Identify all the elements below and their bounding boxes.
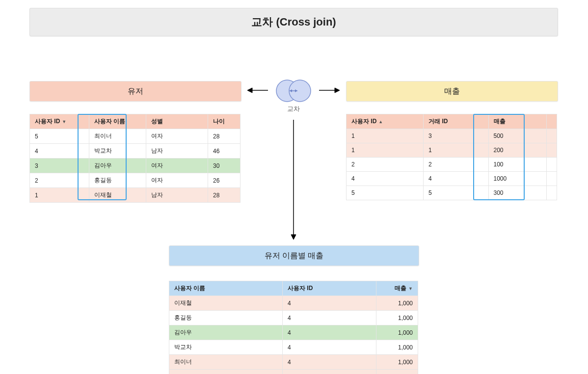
table-cell: 3 xyxy=(30,159,89,173)
table-cell: 4 xyxy=(283,296,376,311)
table-row: 3김아우여자30 xyxy=(30,159,241,173)
table-row: 2홍길동여자26 xyxy=(30,173,241,188)
table-cell: 2 xyxy=(424,158,488,172)
table-header-row: 사용자 ID▲ 거래 ID 매출 xyxy=(347,114,557,129)
table-cell: 1,000 xyxy=(376,340,418,355)
col-header[interactable]: 성별 xyxy=(146,114,208,129)
table-cell: 여자 xyxy=(146,173,208,188)
table-cell: 30 xyxy=(208,159,241,173)
table-row: 1이재철남자28 xyxy=(30,188,241,203)
table-cell: 28 xyxy=(208,188,241,203)
sort-asc-icon: ▲ xyxy=(378,119,383,124)
table-cell: 300 xyxy=(488,186,547,200)
table-cell: 이재철 xyxy=(89,188,146,203)
table-cell: 남자 xyxy=(146,188,208,203)
table-cell: 3 xyxy=(424,129,488,143)
col-header[interactable]: 거래 ID xyxy=(424,114,488,129)
sort-desc-icon: ▼ xyxy=(62,119,66,124)
col-header[interactable]: 나이 xyxy=(208,114,241,129)
col-header[interactable]: 사용자 이름 xyxy=(89,114,146,129)
table-row: 이재철1700 xyxy=(169,370,418,374)
table-cell: 4 xyxy=(30,144,89,159)
col-header[interactable]: 사용자 ID xyxy=(283,281,376,296)
table-cell: 26 xyxy=(208,173,241,188)
table-row: 5최이너여자28 xyxy=(30,129,241,144)
table-row: 13500 xyxy=(347,129,557,143)
venn-cross-join-icon xyxy=(271,79,316,103)
table-row: 4박교차남자46 xyxy=(30,144,241,159)
table-cell: 남자 xyxy=(146,144,208,159)
left-table: 사용자 ID▼ 사용자 이름 성별 나이 5최이너여자284박교차남자463김아… xyxy=(29,114,241,203)
table-row: 11200 xyxy=(347,143,557,158)
table-cell: 홍길동 xyxy=(89,173,146,188)
table-row: 홍길동41,000 xyxy=(169,311,418,325)
table-cell: 200 xyxy=(488,143,547,158)
table-header-row: 사용자 이름 사용자 ID 매출▼ xyxy=(169,281,418,296)
table-cell: 1,000 xyxy=(376,355,418,370)
table-cell: 여자 xyxy=(146,159,208,173)
table-cell: 이재철 xyxy=(169,370,283,374)
table-cell: 46 xyxy=(208,144,241,159)
col-header[interactable]: 사용자 ID▼ xyxy=(30,114,89,129)
svg-marker-8 xyxy=(247,88,252,93)
table-row: 최이너41,000 xyxy=(169,355,418,370)
table-cell xyxy=(547,143,557,158)
table-cell: 4 xyxy=(424,172,488,186)
table-cell: 1 xyxy=(347,143,424,158)
col-header[interactable]: 매출 xyxy=(488,114,547,129)
arrow-left-icon xyxy=(247,86,268,94)
right-table: 사용자 ID▲ 거래 ID 매출 13500112002210044100055… xyxy=(346,114,557,200)
table-cell: 1 xyxy=(347,129,424,143)
table-cell: 2 xyxy=(347,158,424,172)
table-row: 이재철41,000 xyxy=(169,296,418,311)
table-cell: 4 xyxy=(347,172,424,186)
table-cell: 500 xyxy=(488,129,547,143)
table-header-row: 사용자 ID▼ 사용자 이름 성별 나이 xyxy=(30,114,241,129)
col-header[interactable]: 사용자 ID▲ xyxy=(347,114,424,129)
table-cell: 1000 xyxy=(488,172,547,186)
table-row: 441000 xyxy=(347,172,557,186)
table-cell xyxy=(547,129,557,143)
table-cell: 김아우 xyxy=(169,325,283,340)
table-cell: 최이너 xyxy=(89,129,146,144)
table-cell: 4 xyxy=(283,311,376,325)
table-cell: 여자 xyxy=(146,129,208,144)
table-cell: 700 xyxy=(376,370,418,374)
left-table-title: 유저 xyxy=(29,81,241,102)
page-title: 교차 (Cross join) xyxy=(29,8,558,36)
col-header[interactable]: 매출▼ xyxy=(376,281,418,296)
table-cell: 박교차 xyxy=(89,144,146,159)
svg-marker-10 xyxy=(335,88,340,93)
venn-label: 교차 xyxy=(271,105,316,113)
table-row: 김아우41,000 xyxy=(169,325,418,340)
table-row: 22100 xyxy=(347,158,557,172)
table-cell: 최이너 xyxy=(169,355,283,370)
table-cell: 28 xyxy=(208,129,241,144)
col-header[interactable]: 사용자 이름 xyxy=(169,281,283,296)
table-cell: 100 xyxy=(488,158,547,172)
table-cell: 4 xyxy=(283,340,376,355)
col-header[interactable] xyxy=(547,114,557,129)
table-cell: 4 xyxy=(283,355,376,370)
table-cell: 1,000 xyxy=(376,325,418,340)
sort-desc-icon: ▼ xyxy=(408,286,413,291)
table-cell: 5 xyxy=(30,129,89,144)
table-cell: 홍길동 xyxy=(169,311,283,325)
table-cell: 이재철 xyxy=(169,296,283,311)
table-cell: 5 xyxy=(424,186,488,200)
table-cell xyxy=(547,186,557,200)
arrow-down-icon xyxy=(290,120,297,240)
table-cell: 1,000 xyxy=(376,296,418,311)
table-row: 55300 xyxy=(347,186,557,200)
table-row: 박교차41,000 xyxy=(169,340,418,355)
table-cell: 2 xyxy=(30,173,89,188)
svg-marker-12 xyxy=(291,235,296,240)
table-cell: 1 xyxy=(30,188,89,203)
table-cell xyxy=(547,158,557,172)
arrow-right-icon xyxy=(319,86,340,94)
table-cell: 김아우 xyxy=(89,159,146,173)
table-cell: 1 xyxy=(424,143,488,158)
table-cell xyxy=(547,172,557,186)
table-cell: 4 xyxy=(283,325,376,340)
result-table: 사용자 이름 사용자 ID 매출▼ 이재철41,000홍길동41,000김아우4… xyxy=(169,281,418,374)
